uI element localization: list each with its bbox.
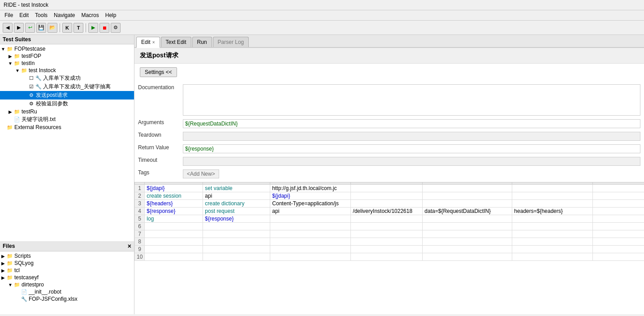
step-2-col5[interactable] xyxy=(423,192,512,200)
step-row-1[interactable]: 1${jdapi}set variablehttp://g.jsf.jd.th.… xyxy=(135,185,644,192)
toggle-tcl[interactable]: ▶ xyxy=(0,268,6,273)
step-8-col3[interactable] xyxy=(270,238,351,246)
menu-file[interactable]: File xyxy=(2,11,16,19)
step-row-6[interactable]: 6 xyxy=(135,223,644,230)
step-row-2[interactable]: 2create sessionapi${jdapi} xyxy=(135,192,644,200)
step-7-col4[interactable] xyxy=(351,230,423,238)
menu-macros[interactable]: Macros xyxy=(78,11,101,19)
toolbar-settings-btn[interactable]: ⚙ xyxy=(111,23,121,33)
step-row-10[interactable]: 10 xyxy=(135,253,644,261)
menu-navigate[interactable]: Navigate xyxy=(51,11,78,19)
files-item-dirtestpro[interactable]: ▼ 📁 dirtestpro xyxy=(0,281,134,288)
step-1-col2[interactable]: set variable xyxy=(203,185,270,192)
tree-item-verify[interactable]: ⚙ 校验返回参数 xyxy=(0,100,134,108)
step-row-7[interactable]: 7 xyxy=(135,230,644,238)
toolbar-stop-btn[interactable]: ⏹ xyxy=(99,23,109,33)
step-3-col1[interactable]: ${headers} xyxy=(145,200,203,208)
files-item-fopjsf[interactable]: 🔧 FOP-JSFConfig.xlsx xyxy=(0,295,134,303)
step-10-col6[interactable] xyxy=(512,253,593,261)
step-7-col6[interactable] xyxy=(512,230,593,238)
step-8-col1[interactable] xyxy=(145,238,203,246)
tree-item-foptestcase[interactable]: ▼ 📁 FOPtestcase xyxy=(0,45,134,52)
step-8-col4[interactable] xyxy=(351,238,423,246)
toggle-testcaseyf[interactable]: ▶ xyxy=(0,275,6,280)
tab-edit[interactable]: Edit × xyxy=(136,37,160,48)
step-1-col6[interactable] xyxy=(512,185,593,192)
step-3-col5[interactable] xyxy=(423,200,512,208)
step-4-col2[interactable]: post request xyxy=(203,208,270,215)
menu-edit[interactable]: Edit xyxy=(17,11,31,19)
toggle-testin[interactable]: ▼ xyxy=(7,61,13,66)
step-6-col3[interactable] xyxy=(270,223,351,230)
step-3-col7[interactable] xyxy=(593,200,644,208)
step-3-col2[interactable]: create dictionary xyxy=(203,200,270,208)
step-5-col6[interactable] xyxy=(512,215,593,223)
step-row-9[interactable]: 9 xyxy=(135,246,644,253)
tree-item-testfop[interactable]: ▶ 📁 testFOP xyxy=(0,52,134,60)
step-6-col6[interactable] xyxy=(512,223,593,230)
toolbar-save-btn[interactable]: 💾 xyxy=(36,23,46,33)
toggle-scripts[interactable]: ▶ xyxy=(0,254,6,259)
files-item-sqlyog[interactable]: ▶ 📁 SQLyog xyxy=(0,260,134,267)
step-5-col2[interactable]: ${response} xyxy=(203,215,270,223)
step-5-col1[interactable]: log xyxy=(145,215,203,223)
step-6-col4[interactable] xyxy=(351,223,423,230)
toggle-testinstock[interactable]: ▼ xyxy=(14,68,21,73)
files-item-tcl[interactable]: ▶ 📁 tcl xyxy=(0,267,134,274)
tree-item-external[interactable]: 📁 External Resources xyxy=(0,124,134,131)
add-new-tag-btn[interactable]: <Add New> xyxy=(183,169,219,178)
step-4-col6[interactable]: headers=${headers} xyxy=(512,208,593,215)
step-6-col2[interactable] xyxy=(203,223,270,230)
tab-parser-log[interactable]: Parser Log xyxy=(213,37,249,47)
step-6-col5[interactable] xyxy=(423,223,512,230)
step-9-col6[interactable] xyxy=(512,246,593,253)
tree-item-testinstock[interactable]: ▼ 📁 test Instock xyxy=(0,67,134,74)
tab-run[interactable]: Run xyxy=(192,37,212,47)
settings-button[interactable]: Settings << xyxy=(140,67,177,77)
step-row-3[interactable]: 3${headers}create dictionaryContent-Type… xyxy=(135,200,644,208)
step-7-col1[interactable] xyxy=(145,230,203,238)
files-item-init[interactable]: 📄 __init__.robot xyxy=(0,288,134,295)
step-2-col2[interactable]: api xyxy=(203,192,270,200)
step-row-8[interactable]: 8 xyxy=(135,238,644,246)
step-2-col3[interactable]: ${jdapi} xyxy=(270,192,351,200)
arguments-value[interactable]: ${RequestDataDictIN} xyxy=(183,119,640,128)
toggle-testfop[interactable]: ▶ xyxy=(7,54,13,59)
step-9-col7[interactable] xyxy=(593,246,644,253)
step-7-col2[interactable] xyxy=(203,230,270,238)
menu-tools[interactable]: Tools xyxy=(32,11,50,19)
step-5-col3[interactable] xyxy=(270,215,351,223)
step-10-col3[interactable] xyxy=(270,253,351,261)
step-2-col4[interactable] xyxy=(351,192,423,200)
tree-item-keywords-txt[interactable]: 📄 关键字说明.txt xyxy=(0,115,134,124)
files-item-scripts[interactable]: ▶ 📁 Scripts xyxy=(0,252,134,260)
toolbar-undo-btn[interactable]: ↩ xyxy=(25,23,35,33)
toolbar-k-btn[interactable]: K xyxy=(62,23,72,33)
tree-item-testru[interactable]: ▶ 📁 testRu xyxy=(0,108,134,115)
step-8-col7[interactable] xyxy=(593,238,644,246)
step-3-col6[interactable] xyxy=(512,200,593,208)
step-9-col5[interactable] xyxy=(423,246,512,253)
step-5-col4[interactable] xyxy=(351,215,423,223)
tree-item-testin[interactable]: ▼ 📁 testIn xyxy=(0,60,134,67)
step-10-col5[interactable] xyxy=(423,253,512,261)
teardown-value[interactable] xyxy=(183,132,640,141)
step-8-col2[interactable] xyxy=(203,238,270,246)
step-2-col7[interactable] xyxy=(593,192,644,200)
step-row-5[interactable]: 5log${response} xyxy=(135,215,644,223)
toggle-testru[interactable]: ▶ xyxy=(7,109,13,114)
step-9-col4[interactable] xyxy=(351,246,423,253)
step-10-col4[interactable] xyxy=(351,253,423,261)
step-10-col2[interactable] xyxy=(203,253,270,261)
tree-item-inbound1[interactable]: ☐ 🔧 入库单下发成功 xyxy=(0,74,134,82)
step-4-col3[interactable]: api xyxy=(270,208,351,215)
files-close-btn[interactable]: × xyxy=(128,242,131,250)
return-value-value[interactable]: ${response} xyxy=(183,144,640,153)
toolbar-open-btn[interactable]: 📂 xyxy=(48,23,57,33)
documentation-textarea[interactable] xyxy=(183,84,640,116)
step-5-col5[interactable] xyxy=(423,215,512,223)
step-9-col2[interactable] xyxy=(203,246,270,253)
toggle-dirtestpro[interactable]: ▼ xyxy=(7,282,13,287)
step-4-col4[interactable]: /deliveryInstock/1022618 xyxy=(351,208,423,215)
step-3-col4[interactable] xyxy=(351,200,423,208)
